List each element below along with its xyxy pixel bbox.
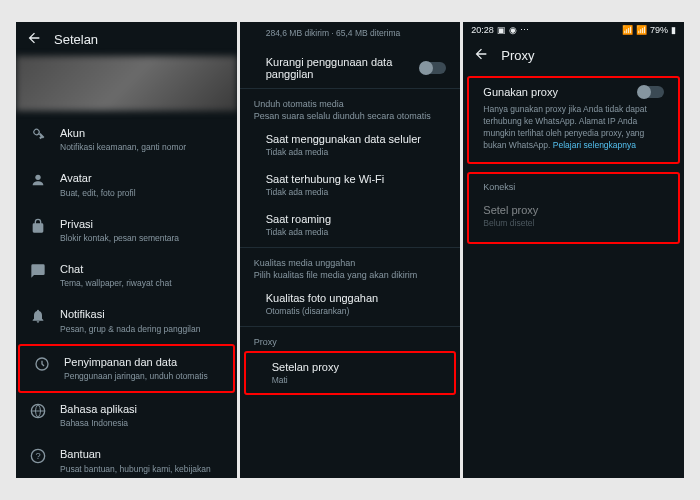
item-subtitle: Pusat bantuan, hubungi kami, kebijakan xyxy=(60,464,223,475)
chat-icon xyxy=(30,263,46,279)
proxy-settings-item[interactable]: Setelan proxy Mati xyxy=(244,351,457,395)
back-arrow-icon[interactable] xyxy=(473,46,489,64)
divider xyxy=(240,88,461,89)
status-time: 20:28 xyxy=(471,25,494,35)
item-subtitle: Mati xyxy=(272,375,441,385)
settings-item-help[interactable]: ? Bantuan Pusat bantuan, hubungi kami, k… xyxy=(16,438,237,478)
item-title: Bahasa aplikasi xyxy=(60,402,223,416)
settings-item-language[interactable]: Bahasa aplikasi Bahasa Indonesia xyxy=(16,393,237,438)
globe-icon xyxy=(30,403,46,419)
settings-item-avatar[interactable]: Avatar Buat, edit, foto profil xyxy=(16,162,237,207)
connection-block: Koneksi Setel proxy Belum disetel xyxy=(467,172,680,244)
item-subtitle: Tidak ada media xyxy=(266,227,447,237)
camera-icon: ▣ xyxy=(497,25,506,35)
use-proxy-description: Hanya gunakan proxy jika Anda tidak dapa… xyxy=(469,104,678,162)
svg-text:?: ? xyxy=(35,452,40,462)
use-proxy-label: Gunakan proxy xyxy=(483,86,558,98)
proxy-panel: 20:28 ▣ ◉ ⋯ 📶 📶 79% ▮ Proxy Gunakan prox… xyxy=(463,22,684,478)
section-quality: Kualitas media unggahan Pilih kualitas f… xyxy=(240,250,461,284)
reduce-data-row[interactable]: Kurangi penggunaan data panggilan xyxy=(240,48,461,86)
status-bar: 20:28 ▣ ◉ ⋯ 📶 📶 79% ▮ xyxy=(463,22,684,38)
back-arrow-icon[interactable] xyxy=(26,30,42,48)
item-subtitle: Bahasa Indonesia xyxy=(60,418,223,429)
battery-text: 79% xyxy=(650,25,668,35)
section-connection: Koneksi xyxy=(469,174,678,196)
wifi-icon: 📶 xyxy=(636,25,647,35)
item-title: Kualitas foto unggahan xyxy=(266,292,447,304)
section-proxy: Proxy xyxy=(240,329,461,351)
item-title: Bantuan xyxy=(60,447,223,461)
set-proxy-subtitle: Belum disetel xyxy=(483,218,664,228)
proxy-title: Proxy xyxy=(501,48,534,63)
avatar-icon xyxy=(30,172,46,188)
settings-item-account[interactable]: Akun Notifikasi keamanan, ganti nomor xyxy=(16,117,237,162)
item-subtitle: Buat, edit, foto profil xyxy=(60,188,223,199)
item-subtitle: Tidak ada media xyxy=(266,187,447,197)
svg-point-0 xyxy=(35,175,40,180)
reduce-data-toggle[interactable] xyxy=(420,62,446,74)
item-title: Penyimpanan dan data xyxy=(64,355,219,369)
battery-icon: ▮ xyxy=(671,25,676,35)
item-title: Chat xyxy=(60,262,223,276)
settings-panel: Setelan Akun Notifikasi keamanan, ganti … xyxy=(16,22,237,478)
quality-photo[interactable]: Kualitas foto unggahan Otomatis (disaran… xyxy=(240,284,461,324)
signal-icon: 📶 xyxy=(622,25,633,35)
use-proxy-block: Gunakan proxy Hanya gunakan proxy jika A… xyxy=(467,76,680,164)
settings-item-storage[interactable]: Penyimpanan dan data Penggunaan jaringan… xyxy=(18,344,235,393)
header: Setelan xyxy=(16,22,237,56)
settings-item-privacy[interactable]: Privasi Blokir kontak, pesan sementara xyxy=(16,208,237,253)
item-subtitle: Otomatis (disarankan) xyxy=(266,306,447,316)
data-usage-text: 284,6 MB dikirim · 65,4 MB diterima xyxy=(240,22,461,48)
item-title: Saat terhubung ke Wi-Fi xyxy=(266,173,447,185)
settings-item-notifications[interactable]: Notifikasi Pesan, grup & nada dering pan… xyxy=(16,298,237,343)
use-proxy-toggle[interactable] xyxy=(638,86,664,98)
divider xyxy=(240,247,461,248)
item-title: Akun xyxy=(60,126,223,140)
key-icon xyxy=(30,127,46,143)
item-title: Saat menggunakan data seluler xyxy=(266,133,447,145)
proxy-header: Proxy xyxy=(463,38,684,72)
set-proxy-item[interactable]: Setel proxy Belum disetel xyxy=(469,196,678,236)
item-subtitle: Blokir kontak, pesan sementara xyxy=(60,233,223,244)
item-title: Privasi xyxy=(60,217,223,231)
item-title: Notifikasi xyxy=(60,307,223,321)
auto-roaming[interactable]: Saat roaming Tidak ada media xyxy=(240,205,461,245)
reduce-data-label: Kurangi penggunaan data panggilan xyxy=(266,56,406,80)
item-subtitle: Penggunaan jaringan, unduh otomatis xyxy=(64,371,219,382)
auto-cellular[interactable]: Saat menggunakan data seluler Tidak ada … xyxy=(240,125,461,165)
profile-banner[interactable] xyxy=(16,56,237,111)
item-title: Saat roaming xyxy=(266,213,447,225)
help-icon: ? xyxy=(30,448,46,464)
item-subtitle: Tidak ada media xyxy=(266,147,447,157)
bell-icon xyxy=(30,308,46,324)
whatsapp-icon: ◉ xyxy=(509,25,517,35)
learn-more-link[interactable]: Pelajari selengkapnya xyxy=(553,140,636,150)
divider xyxy=(240,326,461,327)
item-title: Setelan proxy xyxy=(272,361,441,373)
item-title: Avatar xyxy=(60,171,223,185)
storage-panel: 284,6 MB dikirim · 65,4 MB diterima Kura… xyxy=(240,22,461,478)
settings-item-chat[interactable]: Chat Tema, wallpaper, riwayat chat xyxy=(16,253,237,298)
data-icon xyxy=(34,356,50,372)
lock-icon xyxy=(30,218,46,234)
item-subtitle: Pesan, grup & nada dering panggilan xyxy=(60,324,223,335)
notification-icon: ⋯ xyxy=(520,25,529,35)
use-proxy-row[interactable]: Gunakan proxy xyxy=(469,78,678,104)
item-subtitle: Notifikasi keamanan, ganti nomor xyxy=(60,142,223,153)
set-proxy-title: Setel proxy xyxy=(483,204,664,216)
item-subtitle: Tema, wallpaper, riwayat chat xyxy=(60,278,223,289)
header-title: Setelan xyxy=(54,32,98,47)
auto-wifi[interactable]: Saat terhubung ke Wi-Fi Tidak ada media xyxy=(240,165,461,205)
section-auto-download: Unduh otomatis media Pesan suara selalu … xyxy=(240,91,461,125)
